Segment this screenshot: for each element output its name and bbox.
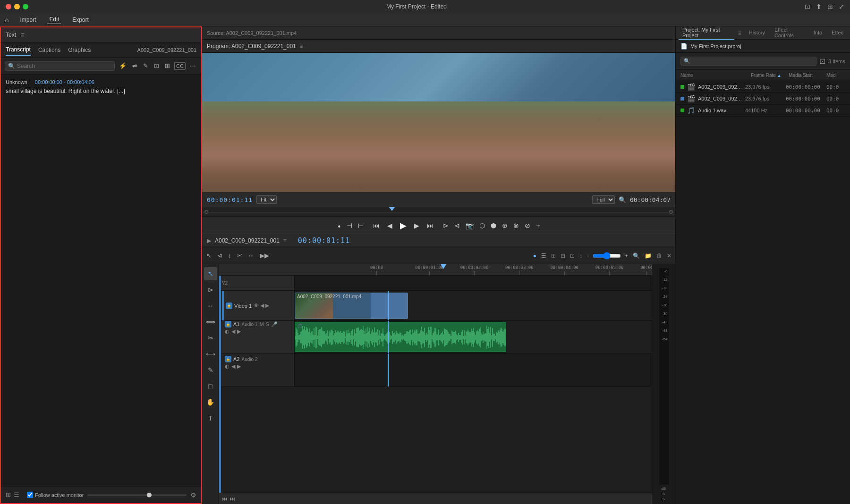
- col-header-fps[interactable]: Frame Rate ▲: [751, 73, 789, 78]
- timecode-in-display[interactable]: 00:00:01:11: [207, 196, 253, 203]
- follow-monitor-label[interactable]: Follow active monitor: [27, 492, 84, 498]
- icon-view-icon[interactable]: ⊞: [550, 252, 557, 260]
- follow-monitor-checkbox[interactable]: [27, 492, 33, 498]
- a1-lock-icon[interactable]: 🔒: [225, 321, 231, 328]
- playhead-bar[interactable]: [202, 207, 675, 217]
- a1-keyframe-right[interactable]: ▶: [237, 328, 241, 335]
- a2-lock-icon[interactable]: 🔒: [225, 356, 231, 362]
- close-tl-icon[interactable]: ✕: [666, 252, 672, 260]
- tab-captions[interactable]: Captions: [38, 45, 60, 55]
- pen-btn[interactable]: ✎: [204, 363, 217, 377]
- col-header-name[interactable]: Name: [680, 73, 751, 78]
- track-a1-content[interactable]: 🎵: [295, 321, 652, 353]
- play-range-start[interactable]: [204, 210, 208, 214]
- project-item-1[interactable]: 🎬 A002_C009_092221_001 23.976 fps 00:00:…: [676, 81, 850, 93]
- fullscreen-button[interactable]: [23, 4, 28, 9]
- zoom-slider-tl[interactable]: [593, 252, 621, 260]
- sequence-name[interactable]: A002_C009_092221_001: [215, 237, 280, 244]
- forward-btn[interactable]: ⊳: [204, 283, 217, 296]
- a1-mic-icon[interactable]: 🎤: [271, 321, 278, 328]
- storyboard-icon[interactable]: ⊡: [569, 252, 576, 260]
- text-panel-menu-icon[interactable]: ≡: [21, 31, 25, 39]
- ruler-playhead-marker[interactable]: [443, 264, 449, 270]
- timeline-start-btn[interactable]: ⏮: [222, 496, 228, 502]
- play-button[interactable]: ▶: [398, 219, 409, 232]
- roll-edit-tool[interactable]: ↕: [227, 251, 233, 260]
- caption-icon[interactable]: CC: [174, 62, 186, 70]
- out-point-button[interactable]: ⊢: [356, 221, 366, 230]
- search-box[interactable]: 🔍: [5, 61, 115, 71]
- go-to-in-button[interactable]: ⏮: [371, 221, 382, 230]
- merge-icon[interactable]: ⇌: [131, 61, 139, 70]
- sort-icon[interactable]: ↕: [578, 252, 583, 260]
- freeform-icon[interactable]: ⊟: [560, 252, 566, 260]
- select-tool[interactable]: ↖: [205, 251, 213, 260]
- in-point-button[interactable]: ⊣: [344, 221, 355, 230]
- project-item-2[interactable]: 🎬 A002_C009_092221_001.m 23.976 fps 00:0…: [676, 93, 850, 105]
- export-frame-button[interactable]: 📷: [463, 221, 476, 230]
- track-v2-content[interactable]: [295, 276, 652, 290]
- box-btn[interactable]: □: [204, 379, 217, 393]
- tab-transcript[interactable]: Transcript: [6, 44, 31, 56]
- track-v1-content[interactable]: A002_C009_092221_001.mp4: [295, 291, 652, 320]
- col-header-start[interactable]: Media Start: [789, 73, 826, 78]
- expand-icon[interactable]: ⤢: [839, 3, 844, 10]
- a2-keyframe-left[interactable]: ◀: [231, 363, 235, 370]
- edit-pencil-icon[interactable]: ✎: [142, 61, 150, 70]
- panels-icon[interactable]: ⊞: [827, 3, 833, 10]
- btn-10[interactable]: ⊕: [500, 221, 510, 230]
- home-icon[interactable]: ⌂: [5, 16, 8, 24]
- seq-menu-icon[interactable]: ≡: [283, 237, 287, 244]
- stamp-icon[interactable]: ⊡: [153, 61, 161, 70]
- btn-12[interactable]: ⊘: [522, 221, 533, 230]
- video-clip-main[interactable]: A002_C009_092221_001.mp4: [295, 293, 408, 319]
- audio-clip-main[interactable]: 🎵: [295, 322, 506, 352]
- transcript-text[interactable]: small village is beautiful. Right on the…: [6, 87, 196, 95]
- btn-9[interactable]: ⬢: [488, 221, 499, 230]
- rp-tab-effects[interactable]: Effect Controls: [771, 26, 808, 40]
- grid-icon[interactable]: ⊞: [6, 491, 11, 498]
- step-forward-button[interactable]: ▶: [412, 221, 422, 230]
- play-range-end[interactable]: [669, 210, 673, 214]
- zoom-slider[interactable]: [87, 495, 187, 496]
- trash-icon[interactable]: 🗑: [655, 252, 663, 260]
- add-btn[interactable]: +: [534, 221, 542, 230]
- ripple-edit-tool[interactable]: ⊲: [216, 251, 224, 260]
- export-icon[interactable]: ⊞: [163, 61, 171, 70]
- ripple-btn[interactable]: ↔: [204, 299, 217, 312]
- rp-tab-effec[interactable]: Effec: [828, 29, 847, 37]
- menu-edit[interactable]: Edit: [47, 15, 61, 24]
- zoom-select[interactable]: Fit: [256, 195, 277, 204]
- hand-btn[interactable]: ✋: [204, 395, 217, 409]
- a1-keyframe-left[interactable]: ◀: [231, 328, 235, 335]
- zoom-in-icon[interactable]: +: [624, 252, 629, 260]
- v1-eye-icon[interactable]: 👁: [254, 302, 259, 309]
- btn-8[interactable]: ⬡: [477, 221, 487, 230]
- menu-import[interactable]: Import: [18, 16, 38, 24]
- folder-icon[interactable]: 📁: [644, 252, 653, 260]
- search-tl-icon[interactable]: 🔍: [632, 252, 641, 260]
- program-menu-icon[interactable]: ≡: [300, 43, 303, 50]
- col-header-med[interactable]: Med: [826, 73, 845, 78]
- timeline-end-btn[interactable]: ⏭: [230, 496, 235, 502]
- text-btn[interactable]: T: [204, 412, 217, 425]
- magnify-icon[interactable]: 🔍: [619, 196, 626, 203]
- menu-export[interactable]: Export: [70, 16, 91, 24]
- razor-btn[interactable]: ✂: [204, 331, 217, 344]
- broadcast-icon[interactable]: ⊡: [805, 3, 810, 10]
- rp-project-menu[interactable]: ≡: [736, 30, 743, 36]
- rp-tab-history[interactable]: History: [745, 29, 769, 37]
- project-search-input[interactable]: [692, 59, 813, 64]
- project-new-icon[interactable]: ⊡: [819, 57, 825, 66]
- step-back-button[interactable]: ◀: [385, 221, 395, 230]
- zoom-out-icon[interactable]: -: [586, 252, 590, 260]
- close-button[interactable]: [6, 4, 11, 9]
- a2-keyframe-right[interactable]: ▶: [237, 363, 241, 370]
- insert-button[interactable]: ⊳: [441, 221, 451, 230]
- green-marker-icon[interactable]: ●: [532, 252, 537, 260]
- slip-tool[interactable]: ↔: [246, 251, 255, 260]
- more-icon[interactable]: ⋯: [188, 61, 197, 70]
- track-a2-content[interactable]: [295, 354, 652, 386]
- list-view-icon[interactable]: ☰: [540, 252, 547, 260]
- timeline-timecode-display[interactable]: 00:00:01:11: [298, 236, 350, 245]
